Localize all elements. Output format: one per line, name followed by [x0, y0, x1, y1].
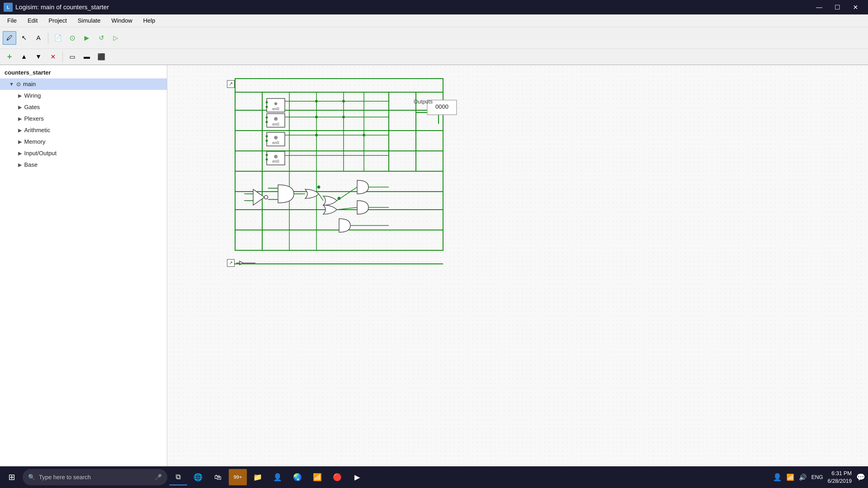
titlebar-title: Logisim: main of counters_starter	[16, 4, 109, 11]
taskbar-explorer[interactable]: 📁	[249, 469, 267, 485]
clock-display[interactable]: 6:31 PM 6/28/2019	[828, 469, 852, 485]
taskbar-red-app[interactable]: 🔴	[328, 469, 346, 485]
titlebar-left: L Logisim: main of counters_starter	[4, 3, 109, 12]
clock-time: 6:31 PM	[828, 469, 852, 477]
move-down-button[interactable]: ▼	[32, 50, 45, 64]
view-small-button[interactable]: ▭	[66, 50, 79, 64]
svg-text:en0: en0	[272, 122, 279, 127]
taskbar: ⊞ 🔍 Type here to search 🎤 ⧉ 🌐 🛍 99+ 📁 👤 …	[0, 466, 868, 488]
canvas-area[interactable]: ⊕ en0 ⊕ en0 ⊕ en0 ⊕ en0	[167, 65, 868, 473]
svg-point-37	[266, 140, 268, 142]
svg-point-32	[266, 121, 268, 123]
sys-tray-volume[interactable]: 🔊	[799, 474, 807, 481]
svg-point-27	[266, 106, 268, 108]
sim-enable-button[interactable]: ⊙	[66, 31, 79, 45]
sys-tray-user[interactable]: 👤	[773, 473, 782, 482]
toolbar-separator-1	[48, 33, 49, 43]
expand-icon-main: ▼	[9, 81, 14, 87]
minimize-button[interactable]: —	[810, 0, 828, 14]
svg-text:en0: en0	[272, 107, 279, 111]
sidebar-item-wiring[interactable]: ▶ Wiring	[0, 90, 167, 101]
svg-text:en0: en0	[272, 159, 279, 164]
svg-point-43	[264, 195, 268, 199]
menu-item-project[interactable]: Project	[43, 15, 72, 26]
expand-icon-base: ▶	[18, 162, 22, 168]
project-root: counters_starter	[0, 67, 167, 78]
edit-tool-button[interactable]: 🖊	[3, 31, 16, 45]
sim-step-button[interactable]: ▶	[80, 31, 94, 45]
sidebar-item-label-arithmetic: Arithmetic	[24, 127, 51, 134]
menu-item-simulate[interactable]: Simulate	[72, 15, 106, 26]
sim-reset-button[interactable]: ↺	[94, 31, 108, 45]
sidebar-item-label-plexers: Plexers	[24, 115, 44, 122]
sidebar-tree: counters_starter ▼ ⊙ main ▶ Wiring ▶ Gat…	[0, 65, 167, 473]
svg-point-63	[315, 116, 318, 119]
sidebar-item-inputoutput[interactable]: ▶ Input/Output	[0, 148, 167, 159]
view-large-button[interactable]: ⬛	[94, 50, 108, 64]
svg-point-66	[363, 134, 365, 136]
svg-point-36	[266, 135, 268, 137]
start-button[interactable]: ⊞	[3, 468, 21, 486]
sidebar-item-label-wiring: Wiring	[24, 92, 41, 99]
sidebar-item-label-gates: Gates	[24, 104, 40, 111]
sidebar-item-arithmetic[interactable]: ▶ Arithmetic	[0, 125, 167, 136]
taskbar-filezilla[interactable]: 📶	[308, 469, 327, 485]
sim-tick-button[interactable]: ▷	[109, 31, 123, 45]
svg-text:⊕: ⊕	[274, 116, 278, 122]
sidebar-item-gates[interactable]: ▶ Gates	[0, 101, 167, 113]
svg-point-26	[266, 101, 268, 103]
sidebar-item-main[interactable]: ▼ ⊙ main	[0, 78, 167, 90]
notification-button[interactable]: 💬	[856, 473, 865, 482]
svg-text:Outputs: Outputs	[414, 98, 433, 105]
taskbar-user[interactable]: 👤	[269, 469, 287, 485]
circuit-svg: ⊕ en0 ⊕ en0 ⊕ en0 ⊕ en0	[167, 65, 868, 473]
expand-icon-plexers: ▶	[18, 116, 22, 122]
sys-tray-network[interactable]: 📶	[786, 474, 794, 481]
add-component-button[interactable]: +	[3, 50, 16, 64]
move-up-button[interactable]: ▲	[17, 50, 31, 64]
close-button[interactable]: ✕	[846, 0, 864, 14]
expand-icon-arithmetic: ▶	[18, 127, 22, 133]
menu-item-file[interactable]: File	[2, 15, 22, 26]
sidebar-item-label-base: Base	[24, 161, 37, 168]
taskbar-media[interactable]: ▶	[348, 469, 366, 485]
pointer-tool-button[interactable]: ↖	[17, 31, 31, 45]
sidebar-item-memory[interactable]: ▶ Memory	[0, 136, 167, 148]
text-tool-button[interactable]: A	[32, 31, 45, 45]
taskbar-edge[interactable]: 🌐	[189, 469, 207, 485]
app-icon: L	[4, 3, 13, 12]
svg-text:↗: ↗	[229, 260, 233, 265]
svg-point-79	[338, 197, 341, 200]
svg-point-31	[266, 116, 268, 119]
taskbar-app-counter[interactable]: 99+	[229, 469, 247, 485]
taskbar-store[interactable]: 🛍	[209, 469, 227, 485]
svg-point-65	[315, 134, 318, 136]
svg-point-61	[315, 100, 318, 103]
sidebar-item-base[interactable]: ▶ Base	[0, 159, 167, 170]
svg-point-64	[342, 116, 345, 119]
taskbar-search[interactable]: 🔍 Type here to search 🎤	[23, 469, 167, 485]
menu-item-window[interactable]: Window	[106, 15, 138, 26]
svg-point-62	[342, 100, 345, 103]
delete-button[interactable]: ✕	[46, 50, 60, 64]
svg-text:⊕: ⊕	[274, 154, 278, 159]
new-circuit-button[interactable]: 📄	[51, 31, 65, 45]
svg-point-41	[266, 154, 268, 156]
maximize-button[interactable]: ☐	[828, 0, 846, 14]
svg-point-42	[266, 158, 268, 161]
svg-text:0000: 0000	[435, 103, 448, 110]
svg-text:⊕: ⊕	[274, 135, 278, 140]
taskbar-right: 👤 📶 🔊 ENG 6:31 PM 6/28/2019 💬	[773, 469, 865, 485]
circuit-icon: ⊙	[16, 81, 21, 88]
toolbar: 🖊 ↖ A 📄 ⊙ ▶ ↺ ▷	[0, 27, 868, 49]
taskbar-chrome[interactable]: 🌏	[288, 469, 307, 485]
expand-icon-memory: ▶	[18, 139, 22, 145]
menu-item-edit[interactable]: Edit	[22, 15, 43, 26]
menu-item-help[interactable]: Help	[138, 15, 160, 26]
sidebar-item-label-inputoutput: Input/Output	[24, 150, 57, 157]
sidebar-item-plexers[interactable]: ▶ Plexers	[0, 113, 167, 125]
menubar: FileEditProjectSimulateWindowHelp	[0, 14, 868, 27]
taskbar-task-view[interactable]: ⧉	[169, 469, 187, 485]
view-medium-button[interactable]: ▬	[80, 50, 94, 64]
svg-line-68	[319, 194, 323, 201]
